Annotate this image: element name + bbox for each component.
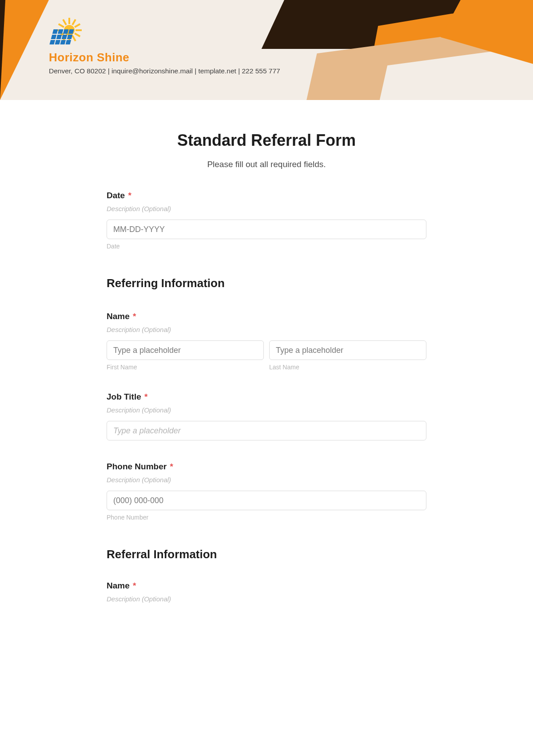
page-title: Standard Referral Form bbox=[107, 131, 426, 150]
brand-block: Horizon Shine Denver, CO 80202 | inquire… bbox=[0, 0, 533, 75]
job-label: Job Title * bbox=[107, 392, 426, 402]
phone-sublabel: Phone Number bbox=[107, 514, 426, 521]
brand-name: Horizon Shine bbox=[49, 51, 533, 64]
job-desc: Description (Optional) bbox=[107, 406, 426, 414]
name-label: Name * bbox=[107, 312, 426, 321]
date-sublabel: Date bbox=[107, 243, 426, 250]
name2-desc: Description (Optional) bbox=[107, 595, 426, 603]
field-date: Date * Description (Optional) Date bbox=[107, 191, 426, 250]
last-name-sublabel: Last Name bbox=[269, 364, 426, 371]
logo-icon bbox=[49, 21, 84, 48]
phone-label: Phone Number * bbox=[107, 462, 426, 472]
section-referring: Referring Information bbox=[107, 276, 426, 290]
first-name-input[interactable] bbox=[107, 340, 264, 360]
job-title-input[interactable] bbox=[107, 421, 426, 440]
field-phone: Phone Number * Description (Optional) Ph… bbox=[107, 462, 426, 521]
first-name-sublabel: First Name bbox=[107, 364, 264, 371]
page-subtitle: Please fill out all required fields. bbox=[107, 160, 426, 169]
phone-input[interactable] bbox=[107, 491, 426, 510]
last-name-input[interactable] bbox=[269, 340, 426, 360]
field-name2: Name * Description (Optional) bbox=[107, 581, 426, 603]
section-referral: Referral Information bbox=[107, 548, 426, 561]
date-desc: Description (Optional) bbox=[107, 205, 426, 212]
name2-label: Name * bbox=[107, 581, 426, 591]
header-banner: Horizon Shine Denver, CO 80202 | inquire… bbox=[0, 0, 533, 100]
date-label: Date * bbox=[107, 191, 426, 200]
field-name: Name * Description (Optional) First Name… bbox=[107, 312, 426, 371]
brand-subline: Denver, CO 80202 | inquire@horizonshine.… bbox=[49, 67, 533, 75]
date-input[interactable] bbox=[107, 220, 426, 239]
phone-desc: Description (Optional) bbox=[107, 476, 426, 484]
name-desc: Description (Optional) bbox=[107, 326, 426, 333]
form-content: Standard Referral Form Please fill out a… bbox=[107, 131, 426, 603]
field-job-title: Job Title * Description (Optional) bbox=[107, 392, 426, 440]
